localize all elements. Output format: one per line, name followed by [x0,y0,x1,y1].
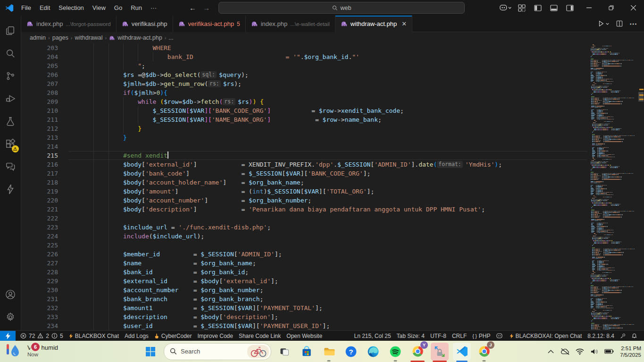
microsoft-store-icon[interactable] [298,343,316,361]
tab-withdraw-act[interactable]: withdraw-act.php ✕ [335,16,412,32]
php-version[interactable]: 8.2.12: 8.4 [585,333,617,339]
code-line[interactable]: 215 #send xendit [21,151,644,160]
tab-verifikasi-act[interactable]: verifikasi-act.php 5 [173,16,246,32]
code-line[interactable]: 203 WHERE [21,43,644,52]
blackbox-bolt-icon[interactable] [0,178,21,201]
breadcrumb-item[interactable]: ... [168,34,173,41]
code-line[interactable]: 226 $member_id = $_SESSION['ADMIN_ID']; [21,250,644,259]
breadcrumb-item[interactable]: admin [30,34,46,41]
code-line[interactable]: 233 $description = $body['description']; [21,312,644,321]
restore-button[interactable] [601,0,622,16]
nav-forward-icon[interactable]: → [203,4,210,12]
code-line[interactable]: 225 [21,241,644,250]
menu-go[interactable]: Go [110,0,126,16]
code-line[interactable]: 232 $amount1 = $_SESSION[$VAR]['PAYMENT_… [21,303,644,312]
settings-gear-icon[interactable] [0,306,21,328]
code-line[interactable]: 220 $body['account_number'] = $org_bank_… [21,196,644,205]
start-button[interactable] [142,343,159,361]
close-button[interactable] [623,0,644,16]
code-editor[interactable]: 203 WHERE204 bank_ID = '".$org_bank_id."… [21,43,644,330]
remote-indicator[interactable] [0,331,16,341]
menu-run[interactable]: Run [126,0,146,16]
split-editor-icon[interactable] [616,20,623,27]
code-line[interactable]: 234 $user_id = $_SESSION[$VAR]['PAYMENT_… [21,321,644,330]
customize-layout-icon[interactable] [514,0,529,16]
code-line[interactable]: 227 $name = $org_bank_name; [21,259,644,268]
source-control-icon[interactable] [0,65,21,87]
breadcrumb-item[interactable]: pages [52,34,68,41]
menu-more[interactable]: ··· [146,0,161,16]
chrome-profile-y-icon[interactable]: Y [409,343,427,361]
editor-more-actions-icon[interactable]: ⋯ [629,19,637,28]
code-line[interactable]: 231 $bank_branch = $org_bank_branch; [21,295,644,303]
code-line[interactable]: 216 $body['external_id'] = XENDIT_INV_PR… [21,160,644,169]
menu-file[interactable]: File [17,0,35,16]
vscode-taskbar-icon[interactable] [453,343,471,361]
toggle-panel-icon[interactable] [546,0,561,16]
code-line[interactable]: 224 include($include_url); [21,232,644,241]
code-line[interactable]: 229 $external_id = $body['external_id']; [21,277,644,286]
code-line[interactable]: 209 while ($row=$db->fetch(rs:$rs)) { [21,97,644,106]
blackbox-chat-button[interactable]: BLACKBOX Chat [66,333,122,339]
search-sidebar-icon[interactable] [0,42,21,65]
cursor-position[interactable]: Ln 215, Col 25 [351,333,394,339]
taskbar-search[interactable]: Search [164,343,271,360]
improve-code-button[interactable]: Improve Code [195,333,236,339]
blackboxai-open-chat-button[interactable]: BLACKBOXAI: Open Chat [507,333,585,339]
weather-widget[interactable]: 6 Very humid Now [4,342,58,359]
code-line[interactable]: 206 $rs =@$db->do_select(sql:$query); [21,70,644,79]
minimize-button[interactable] [578,0,600,16]
command-center-search[interactable]: web [218,2,465,14]
spotify-icon[interactable] [386,343,404,361]
menu-view[interactable]: View [88,0,110,16]
code-line[interactable]: 217 $body['bank_code'] = $_SESSION[$VAR]… [21,169,644,178]
onedrive-icon[interactable] [560,345,571,359]
volume-icon[interactable] [589,345,600,359]
run-debug-icon[interactable] [0,87,21,110]
battery-icon[interactable] [603,345,615,359]
nav-back-icon[interactable]: ← [189,4,196,12]
chrome-profile-j-icon[interactable]: J [475,343,493,361]
scrollbar-handle[interactable] [638,92,644,101]
wifi-icon[interactable] [574,345,585,359]
toggle-sidebar-icon[interactable] [530,0,545,16]
code-area[interactable]: 203 WHERE204 bank_ID = '".$org_bank_id."… [21,43,644,330]
help-app-icon[interactable]: ? [342,343,360,361]
editor-scrollbar[interactable] [638,43,644,330]
code-line[interactable]: 219 $body['amount'] = (int)$_SESSION[$VA… [21,187,644,196]
code-line[interactable]: 211 $_SESSION[$VAR]['NAME_BANK_ORG'] = $… [21,115,644,124]
feedback-icon[interactable] [617,333,628,339]
code-line[interactable]: 210 $_SESSION[$VAR]['BANK_CODE_ORG'] = $… [21,106,644,115]
language-mode[interactable]: { } PHP [469,333,493,339]
menu-edit[interactable]: Edit [35,0,54,16]
explorer-icon[interactable] [0,19,21,42]
tab-close-icon[interactable]: ✕ [401,20,407,27]
hidden-icons-chevron[interactable] [545,345,556,359]
indentation[interactable]: Tab Size: 4 [394,333,427,339]
remote-desktop-icon[interactable] [431,343,449,361]
code-line[interactable]: 223 $include_url = './func.xendit-disb.p… [21,223,644,232]
notifications-bell-icon[interactable] [628,333,640,339]
minimap[interactable] [587,43,638,330]
accounts-icon[interactable] [0,283,21,306]
code-line[interactable]: 212 } [21,124,644,133]
code-line[interactable]: 222 [21,214,644,223]
tab-verifikasi[interactable]: verifikasi.php [117,16,173,32]
run-file-button[interactable] [598,20,610,27]
tab-index-forgot-password[interactable]: index.php ...\forgot-password [21,16,117,32]
cybercoder-button[interactable]: CyberCoder [151,333,195,339]
code-line[interactable]: 208 if($jmlh>0){ [21,88,644,97]
toggle-secondary-sidebar-icon[interactable] [562,0,577,16]
share-code-link-button[interactable]: Share Code Link [236,333,284,339]
copilot-icon[interactable] [498,0,513,16]
menu-selection[interactable]: Selection [54,0,88,16]
code-line[interactable]: 228 $bank_id = $org_bank_id; [21,268,644,277]
problems-indicator[interactable]: 72 2 5 [17,333,66,339]
breadcrumb-item[interactable]: withdraw-act.php [117,34,162,41]
code-line[interactable]: 204 bank_ID = '".$org_bank_id."' [21,52,644,61]
breadcrumb-item[interactable]: withdrawal [75,34,102,41]
code-line[interactable]: 207 $jmlh=$db->get_num_row(rs:$rs); [21,79,644,88]
edge-icon[interactable] [364,343,382,361]
file-explorer-icon[interactable] [320,343,338,361]
encoding[interactable]: UTF-8 [427,333,449,339]
